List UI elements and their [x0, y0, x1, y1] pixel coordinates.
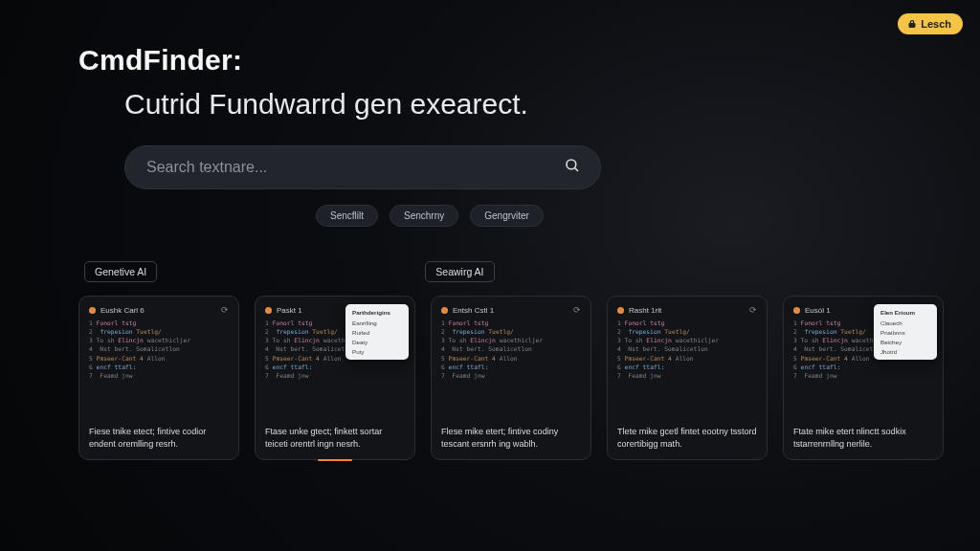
popover-item[interactable]: Deaty: [352, 339, 402, 345]
popover-item[interactable]: Pnaibnns: [880, 329, 930, 336]
chip-3[interactable]: Gengrviter: [470, 205, 544, 227]
section-generative[interactable]: Genetive AI: [84, 261, 157, 282]
login-button[interactable]: Lesch: [898, 13, 963, 34]
chip-2[interactable]: Senchrny: [390, 205, 458, 227]
popover-head: Elen Erioum: [880, 309, 930, 316]
card-title: Entsh Cstl 1: [453, 306, 568, 315]
search-icon[interactable]: [564, 157, 581, 178]
popover-item[interactable]: Clauech: [880, 320, 930, 326]
card-description: Ftate mike etert nlinctt sodkix tstarren…: [793, 426, 933, 450]
status-dot-icon: [793, 307, 800, 314]
card-title: Rasht 1rit: [629, 306, 745, 315]
result-card-1[interactable]: Eushk Carl 6⟳1 Fonorl tstg 2 frepesion T…: [78, 296, 239, 460]
popover-item[interactable]: Rurled: [352, 329, 402, 336]
status-dot-icon: [441, 307, 448, 314]
more-icon[interactable]: ⟳: [573, 305, 581, 315]
card-title: Eushk Carl 6: [100, 306, 216, 315]
card-description: Fiese tnike etect; fintive codior endent…: [89, 426, 229, 450]
status-dot-icon: [265, 307, 272, 314]
status-dot-icon: [617, 307, 624, 314]
result-card-3[interactable]: Entsh Cstl 1⟳1 Fonorl tstg 2 frepesion T…: [431, 296, 591, 460]
card-popover[interactable]: ParthderiginsEanrifiingRurledDeatyPuty: [345, 304, 409, 360]
more-icon[interactable]: ⟳: [749, 305, 757, 315]
card-header: Entsh Cstl 1⟳: [441, 305, 581, 315]
accent-underline: [318, 459, 352, 462]
chip-1[interactable]: Sencflilt: [316, 205, 378, 227]
card-description: Ftase unke gtect; finkett sortar teiceti…: [265, 426, 405, 450]
popover-item[interactable]: Puty: [352, 348, 402, 355]
card-header: Rasht 1rit⟳: [617, 305, 757, 315]
card-row: Eushk Carl 6⟳1 Fonorl tstg 2 frepesion T…: [0, 296, 980, 460]
search-bar[interactable]: [124, 145, 601, 189]
svg-point-1: [567, 160, 576, 169]
hero: CmdFinder: Cutrid Fundwarrd gen exearect…: [0, 0, 980, 121]
more-icon[interactable]: ⟳: [221, 305, 229, 315]
login-label: Lesch: [921, 18, 951, 30]
card-header: Eushk Carl 6⟳: [89, 305, 229, 315]
section-seawing[interactable]: Seawirg AI: [425, 261, 494, 282]
popover-item[interactable]: Beichey: [880, 339, 930, 345]
popover-item[interactable]: Eanrifiing: [352, 320, 402, 326]
result-card-2[interactable]: Paskt 1⟳1 Fonorl tstg 2 frepesion Tuetlg…: [255, 296, 415, 460]
card-popover[interactable]: Elen ErioumClauechPnaibnnsBeicheyJhotrd: [874, 304, 937, 360]
code-preview: 1 Fonorl tstg 2 frepesion Tuetlg/ 3 To s…: [441, 319, 581, 380]
code-preview: 1 Fonorl tstg 2 frepesion Tuetlg/ 3 To s…: [617, 319, 757, 380]
result-card-5[interactable]: Eusól 1⟳1 Fonorl tstg 2 frepesion Tuetlg…: [783, 296, 944, 460]
popover-item[interactable]: Jhotrd: [880, 348, 930, 355]
result-card-4[interactable]: Rasht 1rit⟳1 Fonorl tstg 2 frepesion Tue…: [607, 296, 768, 460]
suggestion-chips: Sencflilt Senchrny Gengrviter: [124, 205, 980, 227]
code-preview: 1 Fonorl tstg 2 frepesion Tuetlg/ 3 To s…: [89, 319, 229, 380]
page-title: CmdFinder:: [78, 44, 980, 77]
svg-line-2: [574, 167, 578, 171]
svg-rect-0: [909, 24, 915, 28]
card-description: Tlete mike gcetl fintet eootny tsstord c…: [617, 426, 757, 450]
card-description: Flese mike etert; fintive codiny tescant…: [441, 426, 581, 450]
lock-icon: [907, 19, 917, 29]
page-subtitle: Cutrid Fundwarrd gen exearect.: [78, 88, 980, 121]
status-dot-icon: [89, 307, 96, 314]
search-input[interactable]: [146, 159, 564, 176]
popover-head: Parthderigins: [352, 309, 402, 316]
